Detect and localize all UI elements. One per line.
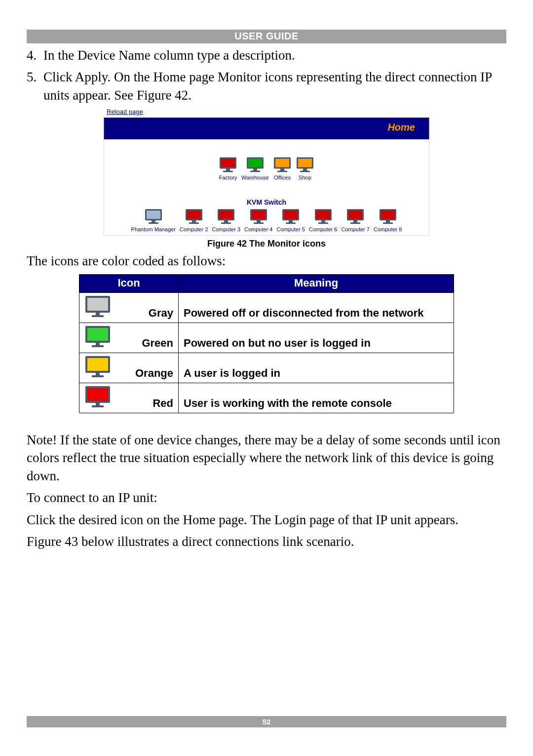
svg-rect-23 <box>189 222 199 224</box>
svg-rect-3 <box>223 171 233 172</box>
svg-rect-45 <box>381 211 395 219</box>
svg-rect-46 <box>386 220 390 222</box>
monitor-offices[interactable]: Offices <box>271 156 294 181</box>
svg-rect-53 <box>87 328 108 341</box>
legend-header-meaning: Meaning <box>179 274 454 292</box>
monitor-row-bottom: Phantom Manager Computer 2 Computer 3 Co… <box>104 208 429 233</box>
svg-rect-11 <box>277 171 287 172</box>
legend-icon-cell: Orange <box>79 353 179 383</box>
kvm-switch-title: KVM Switch <box>104 198 429 206</box>
svg-rect-35 <box>286 222 296 224</box>
monitor-label: Computer 3 <box>212 226 240 232</box>
monitor-computer-2[interactable]: Computer 2 <box>178 208 210 233</box>
figure-42: Reload page Home Factory Warehouse Offic… <box>104 108 429 249</box>
legend-meaning-cell: Powered on but no user is logged in <box>179 323 454 353</box>
legend-row-gray: Gray Powered off or disconnected from th… <box>79 292 454 323</box>
svg-rect-42 <box>353 220 357 222</box>
monitor-computer-6[interactable]: Computer 6 <box>307 208 339 233</box>
svg-rect-9 <box>275 159 289 167</box>
monitor-icon <box>185 208 203 225</box>
legend-meaning-cell: User is working with the remote console <box>179 383 454 413</box>
svg-rect-63 <box>92 405 104 407</box>
svg-rect-22 <box>192 220 196 222</box>
monitor-icon <box>249 208 268 225</box>
svg-rect-30 <box>257 220 261 222</box>
step-5: 5. Click Apply. On the Home page Monitor… <box>27 68 506 104</box>
svg-rect-47 <box>383 222 393 224</box>
monitor-label: Computer 8 <box>374 226 402 232</box>
legend-row-red: Red User is working with the remote cons… <box>79 383 454 413</box>
home-label: Home <box>387 122 415 133</box>
svg-rect-13 <box>298 159 312 167</box>
monitor-icon <box>346 208 365 225</box>
note-paragraph: Note! If the state of one device changes… <box>27 431 506 485</box>
monitor-computer-4[interactable]: Computer 4 <box>242 208 274 233</box>
svg-rect-29 <box>252 211 266 219</box>
monitor-icon <box>84 385 111 410</box>
monitor-icon <box>217 208 235 225</box>
monitor-shop[interactable]: Shop <box>294 156 316 181</box>
svg-rect-18 <box>152 220 155 222</box>
svg-rect-26 <box>224 220 228 222</box>
svg-rect-59 <box>92 375 104 377</box>
svg-rect-14 <box>303 169 307 171</box>
legend-meaning-cell: Powered off or disconnected from the net… <box>179 292 454 323</box>
svg-rect-19 <box>149 222 158 224</box>
svg-rect-43 <box>350 222 360 224</box>
color-code-intro: The icons are color coded as follows: <box>27 252 506 270</box>
monitor-icons-panel: Factory Warehouse Offices Shop KVM Switc… <box>104 140 429 236</box>
monitor-warehouse[interactable]: Warehouse <box>239 156 271 181</box>
svg-rect-50 <box>96 313 100 315</box>
icon-legend-table: Icon Meaning Gray Powered off or disconn… <box>79 274 454 413</box>
figure-42-caption: Figure 42 The Monitor icons <box>104 239 429 249</box>
home-title-bar: Home <box>104 117 429 140</box>
svg-rect-6 <box>253 169 257 171</box>
legend-icon-cell: Green <box>79 323 179 353</box>
svg-rect-27 <box>221 222 231 224</box>
legend-color-label: Gray <box>117 307 173 320</box>
monitor-label: Computer 2 <box>180 226 208 232</box>
monitor-label: Computer 7 <box>341 226 369 232</box>
svg-rect-57 <box>87 358 108 371</box>
monitor-icon <box>246 156 265 174</box>
monitor-computer-3[interactable]: Computer 3 <box>210 208 242 233</box>
legend-meaning-cell: A user is logged in <box>179 353 454 383</box>
monitor-label: Offices <box>274 175 291 180</box>
monitor-computer-5[interactable]: Computer 5 <box>275 208 307 233</box>
monitor-label: Warehouse <box>241 175 269 180</box>
monitor-label: Factory <box>219 175 237 180</box>
svg-rect-39 <box>318 222 328 224</box>
monitor-icon <box>84 295 111 320</box>
page-footer: 52 <box>27 716 506 727</box>
svg-rect-61 <box>87 388 108 401</box>
svg-rect-55 <box>92 345 104 347</box>
svg-rect-17 <box>147 211 160 219</box>
svg-rect-2 <box>226 169 230 171</box>
click-instruction: Click the desired icon on the Home page.… <box>27 511 506 529</box>
monitor-icon <box>379 208 397 225</box>
svg-rect-31 <box>254 222 264 224</box>
monitor-icon <box>314 208 333 225</box>
svg-rect-34 <box>289 220 293 222</box>
svg-rect-25 <box>219 211 233 219</box>
monitor-label: Computer 6 <box>309 226 337 232</box>
svg-rect-5 <box>248 159 262 167</box>
monitor-icon <box>296 156 314 174</box>
ordered-steps: 4. In the Device Name column type a desc… <box>27 46 506 104</box>
monitor-computer-7[interactable]: Computer 7 <box>339 208 371 233</box>
svg-rect-54 <box>96 343 100 345</box>
svg-rect-49 <box>87 298 108 311</box>
monitor-computer-8[interactable]: Computer 8 <box>372 208 404 233</box>
monitor-factory[interactable]: Factory <box>217 156 239 181</box>
svg-rect-15 <box>300 171 310 172</box>
svg-rect-21 <box>187 211 201 219</box>
reload-page-link[interactable]: Reload page <box>107 108 429 115</box>
legend-icon-cell: Red <box>79 383 179 413</box>
monitor-phantom-manager[interactable]: Phantom Manager <box>129 208 178 233</box>
legend-color-label: Green <box>117 337 173 350</box>
step-number: 4. <box>27 46 43 64</box>
svg-rect-10 <box>280 169 284 171</box>
legend-row-orange: Orange A user is logged in <box>79 353 454 383</box>
connect-heading: To connect to an IP unit: <box>27 489 506 506</box>
monitor-icon <box>84 355 111 380</box>
